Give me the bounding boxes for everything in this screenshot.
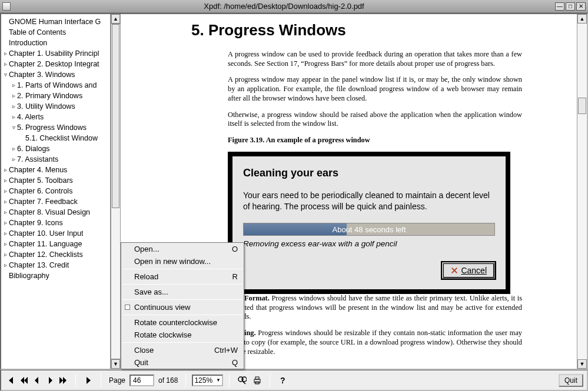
outline-item[interactable]: Bibliography — [2, 270, 109, 281]
menu-item[interactable]: Rotate counterclockwise — [121, 316, 244, 329]
menu-separator — [122, 269, 242, 269]
menu-accel: R — [232, 272, 238, 281]
history-forward-button[interactable] — [82, 374, 95, 387]
outline-item[interactable]: ▹Chapter 2. Desktop Integrat — [2, 59, 109, 69]
outline-item[interactable]: ▹Chapter 1. Usability Principl — [2, 48, 109, 59]
first-page-button[interactable] — [18, 374, 31, 387]
outline-item[interactable]: ▹Chapter 11. Language — [2, 239, 109, 249]
outline-label: 5.1. Checklist Window — [25, 133, 98, 143]
collapsed-icon[interactable]: ▹ — [2, 186, 9, 196]
page-input[interactable] — [129, 375, 154, 386]
history-back-button[interactable] — [5, 374, 18, 387]
menu-label: Rotate clockwise — [134, 330, 192, 339]
cancel-button[interactable]: Cancel — [442, 262, 495, 279]
about-button[interactable]: ? — [276, 374, 289, 387]
paragraph: Resizing. Progress windows should be res… — [228, 329, 522, 356]
collapsed-icon[interactable]: ▹ — [11, 91, 17, 101]
menu-item[interactable]: Save as... — [121, 286, 244, 298]
close-button[interactable]: ✕ — [576, 2, 586, 11]
outline-item[interactable]: ▹Chapter 12. Checklists — [2, 249, 109, 260]
outline-item[interactable]: GNOME Human Interface G — [2, 16, 109, 27]
collapsed-icon[interactable]: ▹ — [11, 112, 17, 122]
outline-item[interactable]: ▿5. Progress Windows — [2, 122, 109, 133]
outline-item[interactable]: 5.1. Checklist Window — [2, 133, 109, 143]
menu-label: Save as... — [134, 288, 168, 296]
menu-item[interactable]: CloseCtrl+W — [121, 344, 244, 356]
last-page-button[interactable] — [57, 374, 69, 387]
scroll-track[interactable] — [111, 24, 120, 359]
menu-item[interactable]: ReloadR — [121, 270, 244, 283]
outline-item[interactable]: ▹Chapter 7. Feedback — [2, 196, 109, 207]
outline-item[interactable]: ▹Chapter 9. Icons — [2, 218, 109, 228]
scroll-up-icon[interactable]: ▲ — [577, 14, 587, 24]
menu-label: Rotate counterclockwise — [134, 318, 217, 327]
collapsed-icon[interactable]: ▹ — [2, 196, 9, 207]
menu-item[interactable]: Open...O — [121, 243, 244, 255]
expanded-icon[interactable]: ▿ — [11, 122, 17, 133]
scroll-track[interactable] — [577, 24, 587, 359]
maximize-icon: □ — [569, 4, 572, 9]
outline-item[interactable]: ▹Chapter 4. Menus — [2, 165, 109, 175]
find-button[interactable] — [235, 374, 248, 387]
scroll-down-icon[interactable]: ▼ — [577, 359, 587, 369]
collapsed-icon[interactable]: ▹ — [2, 260, 9, 270]
menu-item[interactable]: Rotate clockwise — [121, 329, 244, 341]
outline-item[interactable]: ▹3. Utility Windows — [2, 101, 109, 112]
outline-item[interactable]: ▹Chapter 10. User Input — [2, 228, 109, 239]
outline-item[interactable]: Introduction — [2, 38, 109, 48]
scroll-down-icon[interactable]: ▼ — [111, 359, 120, 369]
outline-item[interactable]: ▹6. Dialogs — [2, 143, 109, 154]
collapsed-icon[interactable]: ▹ — [2, 239, 9, 249]
separator — [75, 374, 76, 387]
menu-item[interactable]: QuitQ — [121, 356, 244, 369]
outline-label: Chapter 7. Feedback — [9, 196, 78, 207]
collapsed-icon[interactable]: ▹ — [2, 218, 9, 228]
outline-label: Chapter 2. Desktop Integrat — [9, 59, 99, 69]
collapsed-icon[interactable]: ▹ — [2, 175, 9, 186]
collapsed-icon[interactable]: ▹ — [11, 101, 17, 112]
sidebar-scrollbar[interactable]: ▲ ▼ — [111, 14, 121, 369]
outline-item[interactable]: ▹4. Alerts — [2, 112, 109, 122]
context-menu: Open...OOpen in new window...ReloadRSave… — [121, 242, 244, 369]
collapsed-icon[interactable]: ▹ — [11, 143, 17, 154]
outline-label: 1. Parts of Windows and — [17, 80, 97, 91]
paragraph: Title Format. Progress windows should ha… — [228, 294, 522, 322]
menu-item[interactable]: Continuous view — [121, 301, 244, 313]
outline-item[interactable]: ▹Chapter 8. Visual Design — [2, 207, 109, 218]
app-icon — [2, 2, 11, 11]
outline-item[interactable]: ▿Chapter 3. Windows — [2, 69, 109, 80]
print-button[interactable] — [251, 374, 264, 387]
prev-page-button[interactable] — [31, 374, 44, 387]
document-scrollbar[interactable]: ▲ ▼ — [577, 14, 587, 369]
scroll-thumb[interactable] — [112, 24, 119, 208]
quit-button[interactable]: Quit — [559, 374, 583, 387]
outline-item[interactable]: ▹Chapter 6. Controls — [2, 186, 109, 196]
expanded-icon[interactable]: ▿ — [2, 69, 9, 80]
collapsed-icon[interactable]: ▹ — [2, 48, 9, 59]
outline-item[interactable]: ▹Chapter 5. Toolbars — [2, 175, 109, 186]
minimize-button[interactable]: — — [555, 2, 564, 11]
collapsed-icon[interactable]: ▹ — [2, 59, 9, 69]
chevron-down-icon: ▼ — [216, 377, 221, 383]
outline-item[interactable]: ▹7. Assistants — [2, 154, 109, 165]
cancel-icon — [450, 266, 459, 275]
menu-item[interactable]: Open in new window... — [121, 255, 244, 268]
outline-label: 5. Progress Windows — [17, 122, 87, 133]
collapsed-icon[interactable]: ▹ — [2, 249, 9, 260]
scroll-thumb[interactable] — [578, 98, 586, 115]
collapsed-icon[interactable]: ▹ — [11, 154, 17, 165]
outline-item[interactable]: ▹1. Parts of Windows and — [2, 80, 109, 91]
outline-item[interactable]: ▹2. Primary Windows — [2, 91, 109, 101]
collapsed-icon[interactable]: ▹ — [2, 165, 9, 175]
collapsed-icon[interactable]: ▹ — [11, 80, 17, 91]
outline-item[interactable]: ▹Chapter 13. Credit — [2, 260, 109, 270]
scroll-up-icon[interactable]: ▲ — [111, 14, 120, 24]
collapsed-icon[interactable]: ▹ — [2, 228, 9, 239]
outline-item[interactable]: Table of Contents — [2, 27, 109, 38]
collapsed-icon[interactable]: ▹ — [2, 207, 9, 218]
maximize-button[interactable]: □ — [566, 2, 575, 11]
progress-bar: About 48 seconds left — [243, 223, 495, 236]
zoom-select[interactable]: 125% ▼ — [192, 375, 223, 386]
outline-label: 7. Assistants — [17, 154, 58, 165]
next-page-button[interactable] — [44, 374, 57, 387]
